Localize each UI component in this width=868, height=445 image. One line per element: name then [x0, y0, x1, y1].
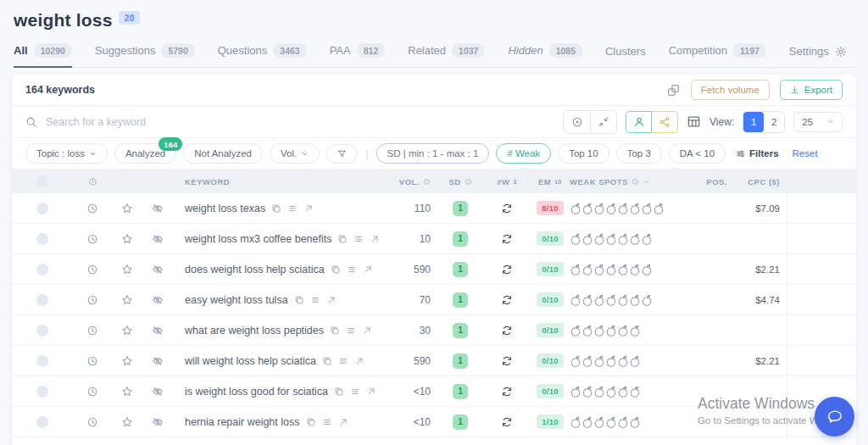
tab-questions[interactable]: Questions3463: [218, 43, 307, 67]
clock-icon[interactable]: [86, 386, 98, 398]
ext-link-icon[interactable]: [363, 264, 373, 275]
filter-chip-funnel[interactable]: [326, 144, 358, 164]
location-target-button[interactable]: [564, 111, 590, 133]
weak-spot-icon[interactable]: [629, 354, 641, 368]
weak-spot-icon[interactable]: [617, 415, 629, 429]
filter-chip-reset[interactable]: Reset: [789, 144, 821, 163]
list-icon[interactable]: [310, 295, 320, 305]
tab-hidden[interactable]: Hidden1085: [508, 43, 582, 67]
weak-spot-icon[interactable]: [581, 232, 593, 246]
list-icon[interactable]: [350, 387, 360, 397]
copy-icon[interactable]: [334, 387, 344, 397]
eye-slash-icon[interactable]: [152, 264, 164, 275]
eye-slash-icon[interactable]: [152, 416, 164, 428]
select-all-checkbox[interactable]: [36, 175, 48, 187]
star-icon[interactable]: [121, 264, 133, 275]
info-icon[interactable]: [423, 178, 431, 186]
filter-chip-filters[interactable]: Filters: [732, 144, 782, 163]
weak-spot-icon[interactable]: [570, 202, 581, 215]
list-icon[interactable]: [322, 417, 332, 427]
tab-related[interactable]: Related1037: [408, 43, 485, 67]
fetch-volume-button[interactable]: Fetch volume: [691, 80, 770, 100]
weak-spot-icon[interactable]: [605, 415, 617, 429]
weak-spot-icon[interactable]: [605, 263, 617, 276]
row-checkbox[interactable]: [36, 355, 48, 367]
weak-spot-icon[interactable]: [617, 293, 629, 307]
weak-spot-icon[interactable]: [629, 385, 641, 398]
weak-spot-icon[interactable]: [641, 202, 653, 215]
filter-chip-weak[interactable]: # Weak: [496, 143, 551, 164]
view-option-2[interactable]: 2: [764, 112, 784, 132]
weak-spot-icon[interactable]: [570, 263, 581, 276]
weak-spot-icon[interactable]: [641, 293, 653, 307]
filter-chip-sd-min-1-max-1[interactable]: SD | min : 1 - max : 1: [376, 143, 490, 164]
list-icon[interactable]: [338, 356, 348, 366]
ext-link-icon[interactable]: [303, 203, 314, 214]
weak-spot-icon[interactable]: [570, 293, 581, 307]
refresh-icon[interactable]: [501, 416, 513, 428]
list-icon[interactable]: [346, 325, 356, 336]
eye-slash-icon[interactable]: [152, 325, 164, 337]
col-weak-spots[interactable]: WEAK SPOTS: [570, 170, 697, 193]
ext-link-icon[interactable]: [370, 234, 380, 244]
filter-chip-topic-loss[interactable]: Topic : loss: [25, 143, 108, 164]
search-input[interactable]: [46, 116, 554, 128]
ext-link-icon[interactable]: [338, 417, 348, 427]
weak-spot-icon[interactable]: [570, 415, 581, 429]
row-checkbox[interactable]: [36, 416, 48, 428]
weak-spot-icon[interactable]: [581, 385, 593, 398]
view-option-1[interactable]: 1: [743, 112, 764, 132]
row-checkbox[interactable]: [36, 325, 48, 337]
refresh-icon[interactable]: [501, 325, 513, 337]
weak-spot-icon[interactable]: [641, 263, 653, 276]
ext-link-icon[interactable]: [366, 387, 376, 397]
row-checkbox[interactable]: [36, 294, 48, 306]
weak-spot-icon[interactable]: [617, 324, 629, 337]
eye-slash-icon[interactable]: [152, 233, 164, 245]
clock-icon[interactable]: [86, 355, 98, 367]
weak-spot-icon[interactable]: [629, 202, 641, 215]
tab-all[interactable]: All10290: [14, 43, 72, 67]
refresh-icon[interactable]: [501, 294, 513, 306]
weak-spot-icon[interactable]: [593, 293, 605, 307]
weak-spot-icon[interactable]: [570, 354, 581, 368]
filter-chip-top-10[interactable]: Top 10: [558, 143, 609, 164]
weak-spot-icon[interactable]: [605, 324, 617, 337]
filter-chip-top-3[interactable]: Top 3: [616, 143, 662, 164]
weak-spot-icon[interactable]: [629, 293, 641, 307]
star-icon[interactable]: [121, 416, 133, 428]
info-icon[interactable]: [465, 178, 472, 186]
weak-spot-icon[interactable]: [570, 385, 581, 398]
ext-link-icon[interactable]: [354, 356, 364, 366]
weak-spot-icon[interactable]: [593, 415, 605, 429]
copy-icon[interactable]: [331, 264, 341, 275]
list-icon[interactable]: [347, 264, 357, 275]
weak-spot-icon[interactable]: [581, 263, 593, 276]
weak-spot-icon[interactable]: [593, 354, 605, 368]
weak-spot-icon[interactable]: [653, 202, 665, 215]
star-icon[interactable]: [121, 203, 133, 214]
weak-spot-icon[interactable]: [617, 232, 629, 246]
row-checkbox[interactable]: [36, 386, 48, 398]
tab-paa[interactable]: PAA812: [330, 43, 386, 67]
refresh-icon[interactable]: [501, 233, 513, 245]
weak-spot-icon[interactable]: [593, 232, 605, 246]
filter-chip-da-10[interactable]: DA < 10: [669, 143, 726, 164]
filter-chip-not-analyzed[interactable]: Not Analyzed: [183, 143, 263, 164]
clock-icon[interactable]: [86, 264, 98, 275]
weak-spot-icon[interactable]: [593, 385, 605, 398]
refresh-icon[interactable]: [501, 264, 513, 275]
star-icon[interactable]: [121, 386, 133, 398]
weak-spot-icon[interactable]: [581, 324, 593, 337]
copy-icon[interactable]: [271, 203, 281, 214]
weak-spot-icon[interactable]: [617, 202, 629, 215]
weak-spot-icon[interactable]: [581, 354, 593, 368]
weak-spot-icon[interactable]: [570, 324, 581, 337]
weak-spot-icon[interactable]: [581, 415, 593, 429]
merge-keywords-icon[interactable]: [666, 83, 681, 97]
weak-spot-icon[interactable]: [629, 324, 641, 337]
weak-spot-icon[interactable]: [629, 263, 641, 276]
clock-icon[interactable]: [86, 325, 98, 337]
chat-widget-button[interactable]: [815, 397, 854, 437]
clock-icon[interactable]: [86, 203, 98, 214]
